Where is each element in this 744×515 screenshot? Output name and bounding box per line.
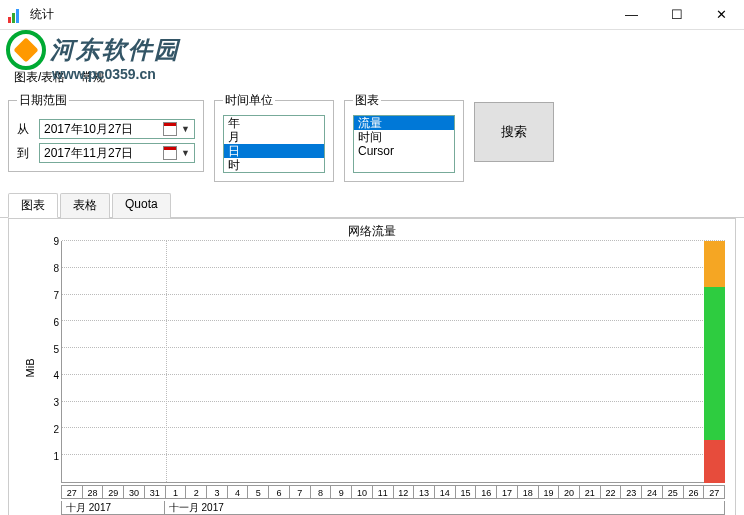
calendar-icon [163, 146, 177, 160]
time-unit-fieldset: 时间单位 年月日时 [214, 92, 334, 182]
x-tick: 28 [83, 485, 104, 499]
tab-table[interactable]: 表格 [60, 193, 110, 218]
x-tick: 29 [103, 485, 124, 499]
y-tick: 1 [53, 451, 59, 462]
menu-chart-table[interactable]: 图表/表格 [6, 67, 73, 88]
y-tick: 5 [53, 343, 59, 354]
time-unit-option[interactable]: 时 [224, 158, 324, 172]
sub-tabs: 图表 表格 Quota [0, 192, 744, 218]
app-icon [8, 7, 24, 23]
x-tick: 10 [352, 485, 373, 499]
chart-area: 网络流量 MiB 123456789 272829303112345678910… [8, 218, 736, 515]
chevron-down-icon: ▼ [181, 148, 190, 158]
menu-general[interactable]: 常规 [73, 67, 113, 88]
x-tick: 11 [373, 485, 394, 499]
calendar-icon [163, 122, 177, 136]
tab-chart[interactable]: 图表 [8, 193, 58, 218]
chart-type-legend: 图表 [353, 92, 381, 109]
grid [61, 241, 725, 483]
x-tick: 4 [228, 485, 249, 499]
to-date-value: 2017年11月27日 [44, 145, 133, 162]
x-tick: 23 [621, 485, 642, 499]
y-tick: 6 [53, 316, 59, 327]
bar-segment [704, 287, 725, 440]
x-tick: 18 [518, 485, 539, 499]
chart-type-fieldset: 图表 流量时间Cursor [344, 92, 464, 182]
time-unit-option[interactable]: 日 [224, 144, 324, 158]
x-tick: 21 [580, 485, 601, 499]
window-title: 统计 [30, 6, 609, 23]
to-date-picker[interactable]: 2017年11月27日 ▼ [39, 143, 195, 163]
to-label: 到 [17, 145, 33, 162]
bar-segment [704, 241, 725, 287]
date-range-legend: 日期范围 [17, 92, 69, 109]
y-ticks: 123456789 [45, 241, 59, 483]
titlebar: 统计 — ☐ ✕ [0, 0, 744, 30]
x-month-label: 十月 2017 [61, 501, 165, 515]
x-tick: 12 [394, 485, 415, 499]
y-tick: 3 [53, 397, 59, 408]
menubar: 图表/表格 常规 [0, 66, 744, 88]
x-tick: 9 [331, 485, 352, 499]
x-tick: 31 [145, 485, 166, 499]
x-tick: 5 [248, 485, 269, 499]
x-tick: 7 [290, 485, 311, 499]
x-month-label: 十一月 2017 [165, 501, 725, 515]
chart-type-option[interactable]: 流量 [354, 116, 454, 130]
x-tick: 15 [456, 485, 477, 499]
x-tick: 16 [476, 485, 497, 499]
x-tick: 27 [61, 485, 83, 499]
time-unit-legend: 时间单位 [223, 92, 275, 109]
search-button[interactable]: 搜索 [474, 102, 554, 162]
x-tick: 24 [642, 485, 663, 499]
x-tick: 14 [435, 485, 456, 499]
watermark-logo-icon [6, 30, 46, 70]
chart-type-listbox[interactable]: 流量时间Cursor [353, 115, 455, 173]
plot-area [61, 241, 725, 483]
y-tick: 4 [53, 370, 59, 381]
tab-quota[interactable]: Quota [112, 193, 171, 218]
time-unit-option[interactable]: 月 [224, 130, 324, 144]
from-date-picker[interactable]: 2017年10月27日 ▼ [39, 119, 195, 139]
x-ticks: 2728293031123456789101112131415161718192… [61, 485, 725, 501]
x-tick: 8 [311, 485, 332, 499]
x-tick: 1 [166, 485, 187, 499]
y-tick: 2 [53, 424, 59, 435]
y-axis-label: MiB [24, 359, 36, 378]
watermark-brand: 河东软件园 [50, 34, 180, 66]
x-tick: 13 [414, 485, 435, 499]
x-tick: 27 [704, 485, 725, 499]
x-tick: 6 [269, 485, 290, 499]
x-months: 十月 2017十一月 2017 [61, 501, 725, 515]
chart-type-option[interactable]: Cursor [354, 144, 454, 158]
close-button[interactable]: ✕ [699, 0, 744, 30]
bar-segment [704, 440, 725, 483]
date-range-fieldset: 日期范围 从 2017年10月27日 ▼ 到 2017年11月27日 ▼ [8, 92, 204, 172]
maximize-button[interactable]: ☐ [654, 0, 699, 30]
from-date-value: 2017年10月27日 [44, 121, 133, 138]
chevron-down-icon: ▼ [181, 124, 190, 134]
x-tick: 2 [186, 485, 207, 499]
x-tick: 25 [663, 485, 684, 499]
x-tick: 22 [601, 485, 622, 499]
from-label: 从 [17, 121, 33, 138]
x-tick: 17 [497, 485, 518, 499]
minimize-button[interactable]: — [609, 0, 654, 30]
x-tick: 3 [207, 485, 228, 499]
time-unit-option[interactable]: 年 [224, 116, 324, 130]
x-tick: 19 [539, 485, 560, 499]
time-unit-listbox[interactable]: 年月日时 [223, 115, 325, 173]
stacked-bar [704, 241, 725, 483]
x-tick: 30 [124, 485, 145, 499]
x-tick: 20 [559, 485, 580, 499]
controls-row: 日期范围 从 2017年10月27日 ▼ 到 2017年11月27日 ▼ [0, 88, 744, 188]
y-tick: 9 [53, 236, 59, 247]
x-tick: 26 [684, 485, 705, 499]
chart-type-option[interactable]: 时间 [354, 130, 454, 144]
y-tick: 8 [53, 262, 59, 273]
y-tick: 7 [53, 289, 59, 300]
